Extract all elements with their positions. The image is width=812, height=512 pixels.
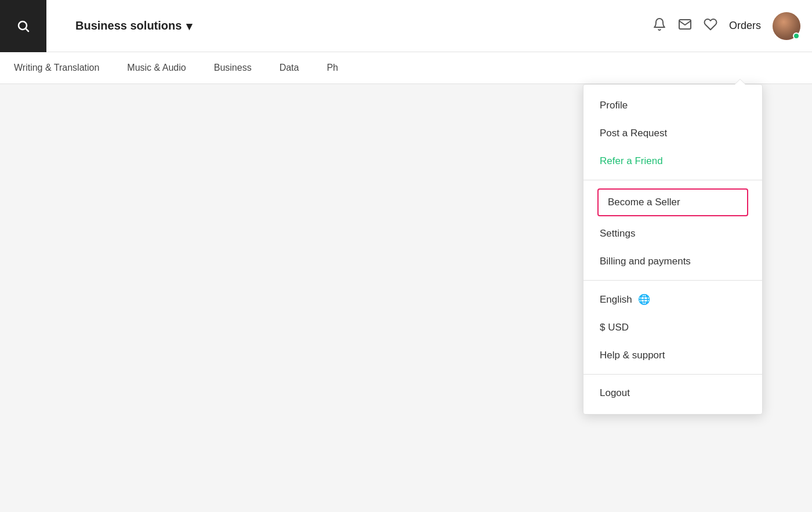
online-status-indicator [793,32,800,39]
svg-line-1 [26,29,28,31]
currency-label: $ USD [600,322,629,333]
nav-item-business[interactable]: Business [212,52,254,83]
dropdown-item-billing[interactable]: Billing and payments [583,248,762,275]
help-label: Help & support [600,350,665,361]
divider-1 [583,180,762,180]
header: Business solutions ▾ Orders [0,0,812,52]
nav-item-ph[interactable]: Ph [324,52,340,83]
user-avatar-button[interactable] [773,12,800,40]
settings-label: Settings [600,228,635,239]
main-content: Profile Post a Request Refer a Friend Be… [0,84,812,512]
english-label: English [600,294,632,306]
business-solutions-label: Business solutions [75,19,182,32]
search-icon [16,19,30,33]
chevron-down-icon: ▾ [186,19,192,33]
orders-button[interactable]: Orders [729,20,761,32]
nav-item-writing-translation[interactable]: Writing & Translation [12,52,102,83]
nav-item-music-audio[interactable]: Music & Audio [125,52,188,83]
become-seller-label: Become a Seller [608,197,680,208]
dropdown-item-profile[interactable]: Profile [583,92,762,119]
profile-label: Profile [600,100,628,111]
nav-item-data[interactable]: Data [277,52,302,83]
dropdown-item-refer-friend[interactable]: Refer a Friend [583,147,762,175]
post-request-label: Post a Request [600,128,667,139]
logout-label: Logout [600,387,630,399]
dropdown-item-become-seller[interactable]: Become a Seller [597,188,748,216]
messages-icon[interactable] [678,17,692,35]
dropdown-item-help[interactable]: Help & support [583,342,762,369]
divider-3 [583,374,762,375]
dropdown-item-english[interactable]: English 🌐 [583,285,762,314]
dropdown-item-currency[interactable]: $ USD [583,314,762,342]
user-dropdown-menu: Profile Post a Request Refer a Friend Be… [583,84,763,415]
header-actions: Orders [652,12,800,40]
nav-bar: Writing & Translation Music & Audio Busi… [0,52,812,84]
favorites-icon[interactable] [704,17,717,35]
dropdown-item-settings[interactable]: Settings [583,220,762,248]
search-button[interactable] [0,0,46,52]
refer-friend-label: Refer a Friend [600,155,663,167]
business-solutions-button[interactable]: Business solutions ▾ [75,19,192,33]
dropdown-item-logout[interactable]: Logout [583,379,762,407]
billing-label: Billing and payments [600,256,691,267]
dropdown-item-post-request[interactable]: Post a Request [583,119,762,147]
notifications-icon[interactable] [652,17,666,35]
divider-2 [583,280,762,281]
globe-icon: 🌐 [638,293,650,306]
